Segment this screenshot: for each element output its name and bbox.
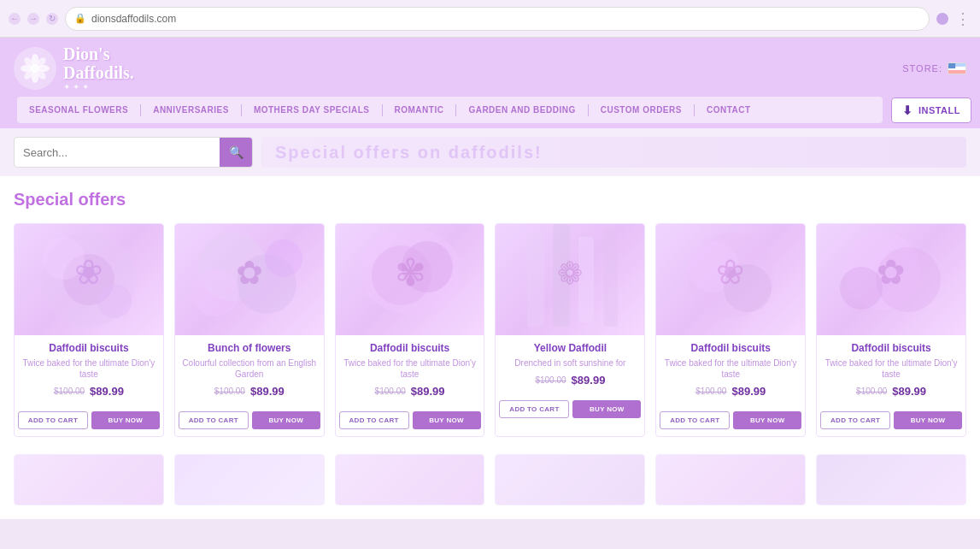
svg-text:✾: ✾ [394, 251, 425, 293]
product-grid: ❀ Daffodil biscuits Twice baked for the … [14, 223, 966, 437]
svg-rect-27 [527, 233, 544, 327]
add-to-cart-button-0[interactable]: ADD TO CART [18, 411, 88, 429]
price-old-1: $100.00 [214, 387, 245, 396]
product-info-2: Daffodil biscuits Twice baked for the ul… [336, 335, 484, 411]
add-to-cart-button-5[interactable]: ADD TO CART [820, 411, 890, 429]
site-wrapper: Dion's Daffodils. ✦ ✦ ✦ STORE: [0, 38, 980, 519]
search-area: 🔍 Special offers on daffodils! [0, 128, 980, 176]
main-nav: SEASONAL FLOWERS ANNIVERSARIES MOTHERS D… [0, 92, 980, 128]
price-old-2: $100.00 [375, 387, 406, 396]
product-card: ❀ Daffodil biscuits Twice baked for the … [655, 223, 806, 437]
svg-text:❀: ❀ [716, 253, 745, 291]
store-area: STORE: [902, 62, 966, 74]
nav-item-anniversaries[interactable]: ANNIVERSARIES [141, 100, 241, 120]
product-desc-1: Colourful collection from an English Gar… [182, 357, 317, 380]
product-actions-4: ADD TO CART BUY NOW [656, 411, 805, 436]
logo-line1: Dion's [63, 44, 134, 63]
product-name-0: Daffodil biscuits [21, 342, 156, 354]
product-image-2: ✾ [336, 224, 484, 335]
product-card-partial [335, 454, 485, 505]
product-card-partial [174, 454, 325, 505]
nav-item-romantic[interactable]: ROMANTIC [383, 100, 456, 120]
product-price-3: $100.00 $89.99 [502, 374, 637, 387]
buy-now-button-4[interactable]: BUY NOW [733, 411, 801, 429]
product-price-1: $100.00 $89.99 [182, 385, 317, 398]
search-input[interactable] [15, 146, 220, 159]
svg-rect-12 [948, 62, 955, 68]
nav-item-custom[interactable]: CUSTOM ORDERS [589, 100, 694, 120]
price-old-5: $100.00 [856, 387, 887, 396]
search-bar: 🔍 [14, 137, 253, 168]
address-text: dionsdaffodils.com [91, 13, 176, 25]
hero-preview: Special offers on daffodils! [261, 137, 966, 168]
browser-chrome: ← → ↻ 🔒 dionsdaffodils.com ⋮ [0, 0, 980, 38]
buy-now-button-5[interactable]: BUY NOW [894, 411, 962, 429]
svg-rect-11 [948, 70, 965, 74]
product-card-partial [14, 454, 164, 505]
svg-point-20 [191, 269, 239, 316]
product-card: ❀ Daffodil biscuits Twice baked for the … [14, 223, 164, 437]
buy-now-button-1[interactable]: BUY NOW [252, 411, 320, 429]
price-new-3: $89.99 [572, 374, 606, 387]
product-image-0: ❀ [15, 224, 163, 335]
product-image-4: ❀ [656, 224, 805, 335]
add-to-cart-button-3[interactable]: ADD TO CART [499, 400, 569, 418]
product-desc-2: Twice baked for the ultimate Dion'y tast… [343, 357, 478, 380]
product-card: ✿ Bunch of flowers Colourful collection … [174, 223, 325, 437]
product-price-2: $100.00 $89.99 [343, 385, 478, 398]
product-name-1: Bunch of flowers [182, 342, 317, 354]
search-icon: 🔍 [229, 145, 244, 159]
product-card: ✾ Daffodil biscuits Twice baked for the … [335, 223, 485, 437]
nav-item-seasonal[interactable]: SEASONAL FLOWERS [17, 100, 140, 120]
address-bar[interactable]: 🔒 dionsdaffodils.com [65, 7, 930, 31]
price-new-2: $89.99 [411, 385, 445, 398]
add-to-cart-button-2[interactable]: ADD TO CART [339, 411, 409, 429]
install-label: INSTALL [918, 105, 960, 115]
product-name-4: Daffodil biscuits [663, 342, 798, 354]
product-desc-3: Drenched in soft sunshine for [502, 357, 637, 369]
product-name-3: Yellow Daffodil [502, 342, 637, 354]
nav-item-mothers-day[interactable]: MOTHERS DAY SPECIALS [242, 100, 382, 120]
lock-icon: 🔒 [74, 13, 86, 24]
search-button[interactable]: 🔍 [220, 137, 252, 168]
svg-text:❀: ❀ [74, 253, 103, 291]
refresh-button[interactable]: ↻ [46, 13, 58, 25]
back-button[interactable]: ← [9, 13, 21, 25]
product-actions-0: ADD TO CART BUY NOW [15, 411, 163, 436]
more-options-icon[interactable]: ⋮ [955, 9, 971, 28]
product-card: ✿ Daffodil biscuits Twice baked for the … [816, 223, 966, 437]
site-header: Dion's Daffodils. ✦ ✦ ✦ STORE: [0, 38, 980, 128]
product-grid-bottom [14, 454, 966, 505]
buy-now-button-3[interactable]: BUY NOW [572, 400, 641, 418]
svg-text:✿: ✿ [236, 255, 263, 291]
store-label: STORE: [902, 63, 942, 74]
product-name-2: Daffodil biscuits [343, 342, 478, 354]
browser-circle [936, 13, 948, 25]
product-desc-0: Twice baked for the ultimate Dion'y tast… [21, 357, 156, 380]
add-to-cart-button-1[interactable]: ADD TO CART [179, 411, 249, 429]
svg-point-21 [265, 239, 302, 277]
product-actions-5: ADD TO CART BUY NOW [817, 411, 965, 436]
product-card-partial [655, 454, 806, 505]
forward-button[interactable]: → [27, 13, 39, 25]
product-info-1: Bunch of flowers Colourful collection fr… [175, 335, 324, 411]
price-old-0: $100.00 [54, 387, 85, 396]
nav-items: SEASONAL FLOWERS ANNIVERSARIES MOTHERS D… [17, 97, 883, 123]
price-new-0: $89.99 [90, 385, 124, 398]
logo-flower-icon [14, 47, 56, 90]
product-actions-3: ADD TO CART BUY NOW [496, 400, 644, 425]
install-button[interactable]: ⬇ INSTALL [891, 97, 971, 123]
product-image-5: ✿ [817, 224, 965, 335]
nav-item-contact[interactable]: CONTACT [695, 100, 763, 120]
buy-now-button-2[interactable]: BUY NOW [413, 411, 481, 429]
svg-text:✿: ✿ [877, 253, 906, 291]
product-price-4: $100.00 $89.99 [663, 385, 798, 398]
price-old-3: $100.00 [535, 375, 566, 385]
svg-rect-30 [604, 228, 618, 327]
add-to-cart-button-4[interactable]: ADD TO CART [660, 411, 730, 429]
buy-now-button-0[interactable]: BUY NOW [91, 411, 160, 429]
hero-text: Special offers on daffodils! [275, 143, 543, 162]
nav-item-garden[interactable]: GARDEN AND BEDDING [456, 100, 587, 120]
product-image-3: ❁ [496, 224, 644, 335]
product-actions-1: ADD TO CART BUY NOW [175, 411, 324, 436]
